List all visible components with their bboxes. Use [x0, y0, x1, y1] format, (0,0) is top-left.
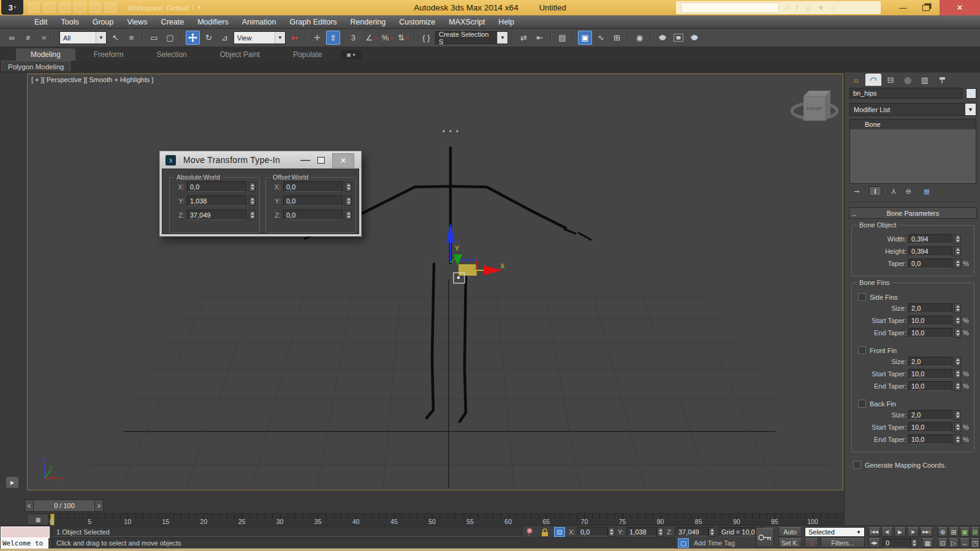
app-menu-button[interactable]: 3▾ [1, 0, 23, 15]
height-field[interactable]: 0,394 [908, 246, 952, 256]
create-tab[interactable]: ☼ [848, 74, 864, 86]
frame-spinner[interactable] [911, 538, 917, 548]
menu-item[interactable]: Modifiers [191, 18, 235, 26]
default-tangent-button[interactable]: ∿ [805, 538, 818, 548]
rendered-frame-window-button[interactable] [671, 31, 685, 45]
rectangular-selection-region-button[interactable]: ▭ [147, 31, 161, 45]
maximize-button[interactable] [914, 0, 937, 15]
motion-tab[interactable]: ◎ [900, 74, 916, 86]
previous-frame-button[interactable]: ◀| [881, 527, 893, 537]
viewport-layout-tabs-expand-button[interactable]: ▶ [6, 477, 18, 488]
ribbon-display-options-dropdown[interactable]: ▣ ▾ [341, 50, 362, 59]
front-size-spinner[interactable] [954, 357, 961, 367]
front-end-taper-field[interactable]: 10,0 [908, 381, 952, 391]
menu-item[interactable]: Views [120, 18, 154, 26]
front-start-taper-field[interactable]: 10,0 [908, 369, 952, 379]
time-slider[interactable]: 0 / 100 [33, 500, 96, 512]
absolute-offset-toggle-button[interactable]: ⊡ [554, 527, 565, 537]
timeline-tick-label[interactable]: 55 [466, 518, 474, 525]
generate-mapping-coords-checkbox[interactable] [853, 461, 861, 469]
select-and-rotate-button[interactable]: ↻ [202, 31, 216, 45]
z-coord-field[interactable]: 37,049 [675, 527, 708, 536]
key-filter-dropdown[interactable]: Selected ▼ [805, 527, 865, 537]
polygon-modeling-panel-tab[interactable]: Polygon Modeling [1, 61, 70, 72]
ribbon-tab-freeform[interactable]: Freeform [79, 48, 139, 61]
go-to-start-button[interactable]: |◀◀ [868, 527, 880, 537]
unlink-selection-icon[interactable]: ≠ [21, 31, 35, 45]
ribbon-tab-selection[interactable]: Selection [142, 48, 201, 61]
make-unique-button[interactable]: Y [887, 186, 900, 196]
absolute-y-spinner[interactable] [249, 196, 256, 206]
absolute-y-field[interactable]: 1,038 [187, 196, 246, 206]
zoom-region-button[interactable]: ⊡ [938, 538, 948, 548]
viewcube[interactable]: FRONT [792, 91, 837, 121]
timeline-tick-label[interactable]: 35 [314, 518, 322, 525]
render-production-button[interactable] [687, 31, 701, 45]
front-start-taper-spinner[interactable] [954, 369, 961, 379]
timeline-tick-label[interactable]: 65 [542, 518, 550, 525]
ribbon-tab-modeling[interactable]: Modeling [16, 48, 75, 61]
offset-z-spinner[interactable] [345, 210, 352, 220]
modifier-stack[interactable]: Bone [849, 119, 976, 184]
utilities-tab[interactable] [934, 74, 950, 86]
timeline-tick-label[interactable]: 60 [504, 518, 512, 525]
material-editor-button[interactable]: ◉ [632, 31, 647, 45]
search-icon[interactable]: ⌕ [785, 4, 789, 12]
back-end-taper-field[interactable]: 10,0 [908, 435, 952, 444]
absolute-z-spinner[interactable] [249, 210, 256, 220]
maxscript-mini-listener-white[interactable]: Welcome to [1, 538, 48, 549]
keyboard-shortcut-override-button[interactable]: ⇧ [326, 31, 340, 45]
dialog-title-bar[interactable]: ϶ Move Transform Type-In — ✕ [160, 151, 361, 169]
dialog-close-button[interactable]: ✕ [332, 153, 354, 168]
back-size-spinner[interactable] [954, 410, 961, 420]
front-size-field[interactable]: 2,0 [908, 357, 952, 367]
set-key-mode-button[interactable]: Set K. [778, 538, 802, 548]
back-start-taper-spinner[interactable] [954, 422, 961, 432]
zoom-button[interactable]: ⊕ [938, 527, 948, 537]
width-spinner[interactable] [954, 234, 961, 244]
object-color-swatch[interactable] [966, 88, 976, 99]
perspective-viewport[interactable]: X Y FRONT Z x y [ + ] [27, 74, 843, 490]
reference-coordinate-dropdown[interactable]: View ▼ [234, 31, 286, 44]
save-file-icon[interactable] [59, 2, 70, 13]
modify-tab[interactable]: ◠ [865, 74, 881, 86]
display-tab[interactable]: ▥ [917, 74, 933, 86]
select-by-name-button[interactable]: ≡ [124, 31, 139, 45]
zoom-extents-all-button[interactable]: ⊞ [971, 527, 979, 537]
object-name-field[interactable]: bn_hips [849, 88, 963, 99]
offset-z-field[interactable]: 0,0 [283, 210, 343, 220]
next-frame-slider-button[interactable]: > [94, 500, 104, 512]
use-pivot-point-center-button[interactable]: ♦♦ [287, 31, 302, 45]
select-object-button[interactable]: ↖ [108, 31, 123, 45]
timeline-tick-label[interactable]: 5 [88, 518, 91, 525]
selection-filter-dropdown[interactable]: All ▼ [59, 31, 107, 44]
timeline-tick-label[interactable]: 95 [771, 518, 778, 525]
menu-item[interactable]: Graph Editors [283, 18, 343, 26]
timeline-tick-label[interactable]: 85 [695, 518, 702, 525]
taper-spinner[interactable] [954, 259, 961, 268]
maximize-viewport-toggle-button[interactable]: ◳ [971, 538, 979, 548]
menu-item[interactable]: Animation [235, 18, 283, 26]
side-size-spinner[interactable] [954, 303, 961, 313]
pan-view-button[interactable]: ↔ [960, 538, 970, 548]
open-mini-curve-editor-button[interactable]: ▦ [27, 514, 49, 525]
z-coord-spinner[interactable] [708, 527, 715, 537]
help-icon[interactable]: ? [795, 4, 799, 12]
timeline-tick-label[interactable]: 10 [124, 518, 131, 525]
x-coord-field[interactable]: 0,0 [577, 527, 608, 536]
select-and-scale-button[interactable]: ⊿ [218, 31, 232, 45]
menu-item[interactable]: Create [154, 18, 191, 26]
maxscript-mini-listener-pink[interactable] [1, 526, 50, 538]
timeline-tick-label[interactable]: 15 [162, 518, 169, 525]
viewport-label[interactable]: [ + ][ Perspective ][ Smooth + Highlight… [31, 76, 153, 83]
bind-to-space-warp-icon[interactable]: ≈ [37, 31, 51, 45]
open-file-icon[interactable] [44, 2, 55, 13]
timeline-tick-label[interactable]: 100 [807, 518, 818, 525]
timeline-tick-label[interactable]: 0 [50, 518, 53, 525]
redo-icon[interactable] [89, 2, 101, 13]
side-start-taper-spinner[interactable] [954, 316, 961, 325]
curve-editor-button[interactable]: ∿ [594, 31, 608, 45]
dialog-maximize-button[interactable] [314, 154, 328, 166]
offset-x-field[interactable]: 0,0 [283, 181, 343, 192]
menu-item[interactable]: Customize [392, 18, 442, 26]
